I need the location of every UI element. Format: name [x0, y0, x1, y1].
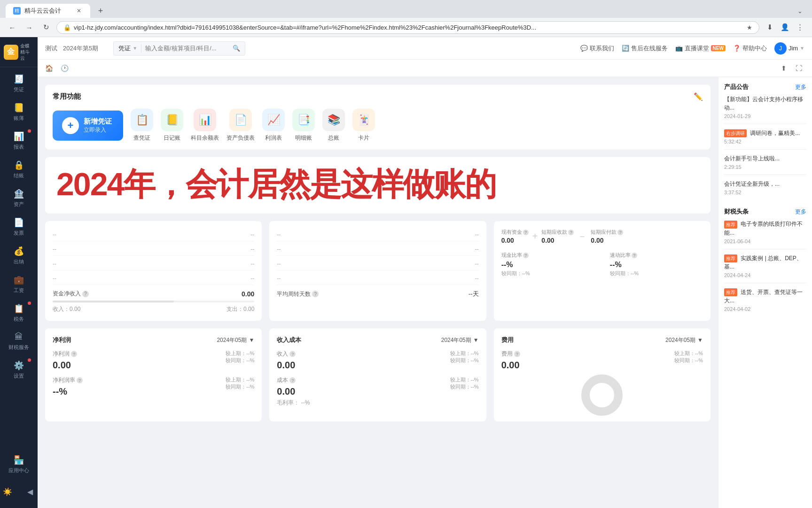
announcement-item-0[interactable]: 【新功能】云会计支持小程序移动... 2024-01-29 [724, 95, 806, 124]
revenue-metric-row: 收入 ? 0.00 较上期：--% 较同期：--% [277, 350, 478, 373]
help-center-button[interactable]: ❓ 帮助中心 [733, 44, 767, 53]
search-input[interactable] [145, 45, 230, 52]
ad-text: 2024年，会计居然是这样做账的 [56, 167, 699, 202]
invoice-icon: 📄 [14, 217, 24, 228]
func-item-profit[interactable]: 📈 利润表 [262, 109, 285, 142]
edit-button[interactable]: ✏️ [694, 92, 703, 101]
browser-tab[interactable]: 精 精斗云云会计 ✕ [6, 4, 90, 18]
new-tab-button[interactable]: + [94, 4, 107, 17]
revenue-info-icon[interactable]: ? [289, 351, 296, 357]
expand-button[interactable]: ⬆ [778, 63, 789, 74]
announcement-item-1[interactable]: 右步调研 调研问卷，赢精美... 5:32:42 [724, 129, 806, 150]
cash-info-icon[interactable]: ? [523, 230, 529, 235]
fund-info-icon[interactable]: ? [82, 291, 89, 297]
func-item-subject-balance[interactable]: 📊 科目余额表 [191, 109, 219, 142]
func-item-balance-sheet[interactable]: 📄 资产负债表 [226, 109, 255, 142]
net-profit-card: 净利润 2024年05期 ▼ 净利润 ? [45, 328, 262, 421]
current-ratio-info[interactable]: ? [523, 253, 529, 258]
net-profit-period[interactable]: 2024年05期 ▼ [217, 336, 254, 344]
sidebar-item-app-center[interactable]: 🏪 应用中心 [0, 450, 38, 479]
cash-data-row-1: ---- [53, 229, 254, 241]
user-avatar[interactable]: J Jim ▼ [774, 42, 804, 55]
revenue-left: 收入 ? 0.00 [277, 350, 296, 373]
func-item-query-voucher[interactable]: 📋 查凭证 [131, 109, 153, 142]
announcement-item-3[interactable]: 会计凭证全新升级，... 3:37:52 [724, 180, 806, 200]
news-item-2[interactable]: 推荐 送货、开票、查凭证等一大... 2024-04-02 [724, 288, 806, 317]
sidebar-item-assets[interactable]: 🏦 资产 [0, 184, 38, 213]
sidebar-item-tax-service[interactable]: 🏛 财税服务 [0, 327, 38, 356]
current-ratio-value: --% [501, 261, 594, 269]
revenue-cost-period[interactable]: 2024年05期 ▼ [441, 336, 479, 344]
expense-label: 费用 ? [501, 350, 520, 358]
sidebar-item-invoice[interactable]: 📄 发票 [0, 213, 38, 241]
sidebar-item-tax[interactable]: 📋 税务 [0, 299, 38, 327]
receivable-info-icon[interactable]: ? [568, 230, 574, 235]
sidebar-item-ledger[interactable]: 📒 账薄 [0, 98, 38, 127]
url-input[interactable] [74, 24, 744, 31]
online-service-button[interactable]: 🔄 售后在线服务 [622, 44, 668, 53]
back-button[interactable]: ← [6, 21, 19, 34]
sidebar-bottom: 🏪 应用中心 ☀️ ◀ [0, 450, 38, 502]
payable-value: 0.00 [591, 237, 623, 244]
cash-label: 现有资金 ? [501, 229, 529, 236]
func-item-journal[interactable]: 📒 日记账 [161, 109, 183, 142]
sidebar-item-payroll[interactable]: 💼 工资 [0, 270, 38, 299]
receivable-label: 短期应收款 ? [541, 229, 574, 236]
search-bar[interactable]: 凭证 ▼ 🔍 [113, 41, 245, 56]
service-icon: 🔄 [622, 45, 629, 52]
news-item-0[interactable]: 推荐 电子专票的纸质打印件不能... 2021-06-04 [724, 220, 806, 249]
announcement-item-2[interactable]: 会计新手引导上线啦... 2:29:15 [724, 154, 806, 175]
func-item-general-ledger[interactable]: 📚 总账 [322, 109, 345, 142]
func-item-detail-ledger[interactable]: 📑 明细账 [292, 109, 315, 142]
theme-button[interactable]: ☀️ [0, 484, 17, 499]
profit-info-icon[interactable]: ? [71, 351, 77, 357]
func-item-card[interactable]: 🃏 卡片 [352, 109, 375, 142]
quick-ratio-info[interactable]: ? [632, 253, 637, 258]
expense-left: 费用 ? 0.00 [501, 350, 520, 373]
margin-label: 净利润率 ? [53, 376, 83, 384]
forward-button[interactable]: → [23, 21, 36, 34]
announcements-more[interactable]: 更多 [795, 83, 806, 91]
menu-button[interactable]: ⋮ [793, 21, 806, 34]
payroll-icon: 💼 [14, 275, 24, 285]
news-item-1[interactable]: 推荐 实践案例 | 总账、DEP、基... 2024-04-24 [724, 254, 806, 283]
sidebar-item-report[interactable]: 📊 报表 [0, 127, 38, 155]
turnover-info-icon[interactable]: ? [312, 291, 319, 297]
fullscreen-button[interactable]: ⛶ [793, 63, 804, 74]
common-functions-section: 常用功能 ✏️ + 新增凭证 立即录入 📋 [45, 85, 710, 150]
download-button[interactable]: ⬇ [763, 21, 776, 34]
cost-info-icon[interactable]: ? [289, 377, 296, 383]
collapse-button[interactable]: ◀ [21, 484, 39, 499]
announcement-title-2: 会计新手引导上线啦... [724, 154, 806, 163]
tab-end-button[interactable]: ⌄ [793, 4, 806, 17]
avatar-icon: J [774, 42, 787, 55]
expense-title: 费用 [501, 336, 514, 344]
sidebar-item-cashier[interactable]: 💰 出纳 [0, 241, 38, 270]
margin-info-icon[interactable]: ? [77, 377, 83, 383]
sidebar-item-settings[interactable]: ⚙️ 设置 [0, 356, 38, 384]
contact-us-button[interactable]: 💬 联系我们 [580, 44, 614, 53]
expense-info-icon[interactable]: ? [514, 351, 520, 357]
tax-service-icon: 🏛 [15, 332, 23, 342]
history-button[interactable]: 🕐 [59, 63, 70, 74]
home-icon[interactable]: 🏠 [45, 64, 53, 72]
sidebar-item-close[interactable]: 🔒 结账 [0, 155, 38, 184]
tab-close-button[interactable]: ✕ [75, 7, 83, 15]
live-class-button[interactable]: 📺 直播课堂 NEW [675, 44, 726, 53]
sidebar-item-voucher[interactable]: 🧾 凭证 [0, 69, 38, 98]
payable-info-icon[interactable]: ? [617, 230, 623, 235]
expense-period[interactable]: 2024年05期 ▼ [665, 336, 703, 344]
add-voucher-button[interactable]: + 新增凭证 立即录入 [53, 111, 123, 141]
refresh-button[interactable]: ↻ [39, 21, 53, 34]
news-more[interactable]: 更多 [795, 208, 806, 216]
search-icon[interactable]: 🔍 [233, 45, 240, 52]
expense-card: 费用 2024年05期 ▼ 费用 ? [494, 328, 710, 421]
margin-left: 净利润率 ? --% [53, 376, 83, 399]
profile-button[interactable]: 👤 [778, 21, 791, 34]
voucher-type-selector[interactable]: 凭证 ▼ [118, 44, 141, 53]
tax-icon: 📋 [14, 303, 24, 314]
address-bar[interactable]: 🔒 ★ [56, 21, 759, 34]
sidebar: 金 金蝶 精斗云 🧾 凭证 📒 账薄 📊 报表 🔒 结账 [0, 37, 38, 508]
revenue-cost-title: 收入成本 [277, 336, 301, 344]
cash-data-row-3: ---- [53, 258, 254, 270]
